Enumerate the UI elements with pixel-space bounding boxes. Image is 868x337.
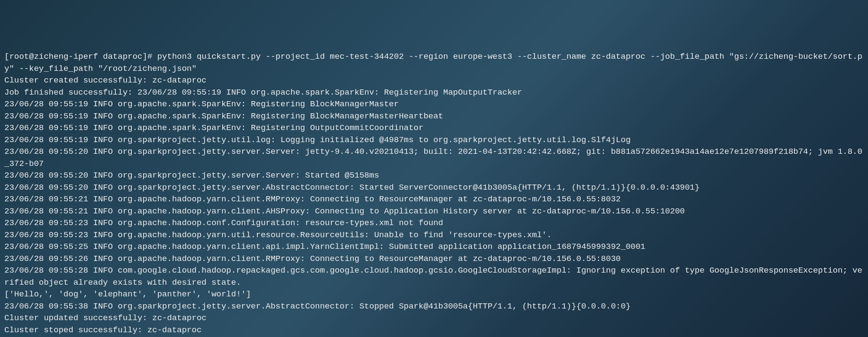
output-line: Cluster updated successfully: zc-datapro… <box>4 312 864 324</box>
output-line: 23/06/28 09:55:20 INFO org.sparkproject.… <box>4 146 864 170</box>
output-line: 23/06/28 09:55:19 INFO org.apache.spark.… <box>4 122 864 134</box>
output-line: 23/06/28 09:55:23 INFO org.apache.hadoop… <box>4 217 864 229</box>
output-line: ['Hello,', 'dog', 'elephant', 'panther',… <box>4 289 864 301</box>
output-line: 23/06/28 09:55:25 INFO org.apache.hadoop… <box>4 241 864 253</box>
shell-prompt: [root@zicheng-iperf dataproc]# <box>4 52 157 61</box>
output-line: 23/06/28 09:55:20 INFO org.sparkproject.… <box>4 182 864 194</box>
output-line: Job finished successfully: 23/06/28 09:5… <box>4 87 864 99</box>
output-line: Cluster stoped successfully: zc-dataproc <box>4 324 864 337</box>
output-line: 23/06/28 09:55:38 INFO org.sparkproject.… <box>4 301 864 313</box>
output-line: 23/06/28 09:55:23 INFO org.apache.hadoop… <box>4 229 864 242</box>
output-line: 23/06/28 09:55:28 INFO com.google.cloud.… <box>4 265 864 289</box>
output-line: 23/06/28 09:55:21 INFO org.apache.hadoop… <box>4 194 864 206</box>
output-line: 23/06/28 09:55:21 INFO org.apache.hadoop… <box>4 206 864 218</box>
output-line: 23/06/28 09:55:19 INFO org.apache.spark.… <box>4 111 864 123</box>
output-line: 23/06/28 09:55:19 INFO org.apache.spark.… <box>4 99 864 111</box>
output-line: Cluster created successfully: zc-datapro… <box>4 75 864 87</box>
output-line: 23/06/28 09:55:20 INFO org.sparkproject.… <box>4 170 864 182</box>
output-line: 23/06/28 09:55:26 INFO org.apache.hadoop… <box>4 253 864 265</box>
terminal-output[interactable]: [root@zicheng-iperf dataproc]# python3 q… <box>4 51 864 336</box>
output-line: 23/06/28 09:55:19 INFO org.sparkproject.… <box>4 134 864 146</box>
